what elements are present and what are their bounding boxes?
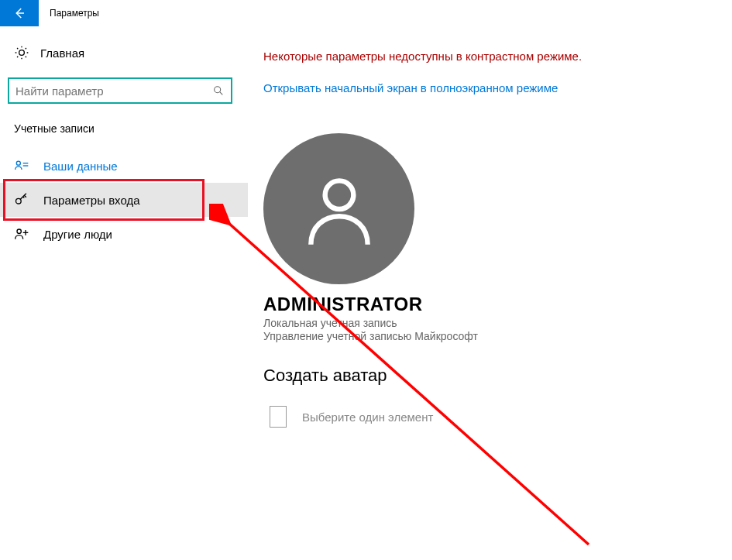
- window-title: Параметры: [50, 8, 99, 19]
- person-icon: [297, 167, 382, 252]
- svg-point-10: [325, 180, 353, 209]
- search-icon: [212, 84, 225, 97]
- fullscreen-start-link[interactable]: Открывать начальный экран в полноэкранно…: [263, 81, 558, 94]
- search-input-wrap[interactable]: [8, 77, 232, 104]
- select-one-label: Выберите один элемент: [302, 411, 433, 424]
- manage-microsoft-account-link[interactable]: Управление учетной записью Майкрософт: [263, 330, 717, 342]
- gear-icon: [14, 45, 29, 60]
- account-type-label: Локальная учетная запись: [263, 317, 717, 329]
- search-input[interactable]: [15, 84, 212, 98]
- svg-point-3: [16, 161, 20, 165]
- contrast-mode-notice: Некоторые параметры недоступны в контрас…: [263, 50, 717, 63]
- content-area: Некоторые параметры недоступны в контрас…: [248, 26, 732, 560]
- svg-point-6: [16, 198, 22, 204]
- section-heading: Учетные записи: [0, 122, 248, 149]
- back-button[interactable]: [0, 0, 39, 26]
- user-name: ADMINISTRATOR: [263, 294, 717, 315]
- browse-avatar-button[interactable]: [270, 406, 287, 428]
- key-icon: [14, 192, 29, 208]
- sidebar-item-label: Параметры входа: [43, 194, 140, 207]
- sidebar-item-label: Ваши данные: [43, 160, 118, 173]
- create-avatar-heading: Создать аватар: [263, 366, 717, 386]
- home-button[interactable]: Главная: [0, 42, 248, 67]
- sidebar-item-label: Другие люди: [43, 228, 112, 241]
- sidebar: Главная Учетные записи Ваши: [0, 26, 248, 560]
- svg-line-2: [220, 92, 223, 95]
- people-plus-icon: [14, 226, 29, 242]
- svg-point-7: [17, 229, 21, 233]
- sidebar-item-your-info[interactable]: Ваши данные: [0, 149, 248, 183]
- person-card-icon: [14, 158, 29, 173]
- sidebar-item-sign-in-options[interactable]: Параметры входа: [0, 183, 248, 217]
- avatar: [263, 133, 414, 284]
- home-label: Главная: [40, 46, 84, 60]
- svg-point-1: [215, 87, 221, 93]
- back-arrow-icon: [12, 6, 26, 20]
- sidebar-item-other-users[interactable]: Другие люди: [0, 217, 248, 251]
